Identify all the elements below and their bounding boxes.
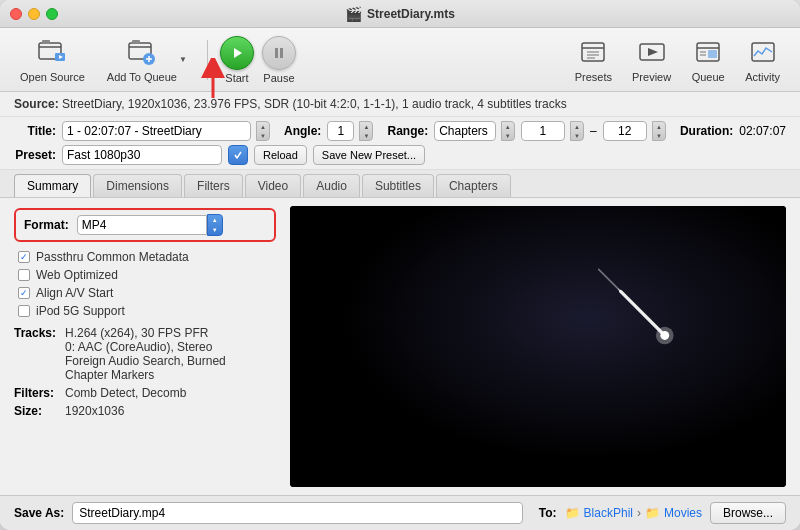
tab-audio[interactable]: Audio xyxy=(303,174,360,197)
activity-button[interactable]: Activity xyxy=(737,33,788,87)
tracks-key: Tracks: xyxy=(14,326,59,382)
svg-marker-11 xyxy=(234,48,242,58)
close-button[interactable] xyxy=(10,8,22,20)
path-part-2: Movies xyxy=(664,506,702,520)
source-label: Source: xyxy=(14,97,62,111)
video-preview xyxy=(290,206,786,487)
preset-input[interactable]: Fast 1080p30 xyxy=(62,145,222,165)
tab-filters[interactable]: Filters xyxy=(184,174,243,197)
tab-summary[interactable]: Summary xyxy=(14,174,91,197)
open-source-icon xyxy=(36,37,68,69)
path-display[interactable]: 📁 BlackPhil › 📁 Movies xyxy=(565,506,702,520)
checkbox-align-row: ✓ Align A/V Start xyxy=(14,286,276,300)
title-stepper-down[interactable]: ▼ xyxy=(257,131,269,140)
size-key: Size: xyxy=(14,404,59,418)
queue-top-label: Queue xyxy=(692,71,725,83)
save-as-label: Save As: xyxy=(14,506,64,520)
preview-button[interactable]: Preview xyxy=(624,33,679,87)
svg-rect-1 xyxy=(42,40,50,44)
checkbox-web[interactable] xyxy=(18,269,30,281)
format-value[interactable]: MP4 xyxy=(77,215,207,235)
presets-icon xyxy=(577,37,609,69)
range-stepper[interactable]: ▲ ▼ xyxy=(501,121,515,141)
add-to-queue-label: Add To Queue xyxy=(107,71,177,83)
add-to-queue-button[interactable]: Add To Queue ▼ xyxy=(101,33,195,87)
tab-chapters[interactable]: Chapters xyxy=(436,174,511,197)
range-label: Range: xyxy=(387,124,428,138)
start-label: Start xyxy=(225,72,248,84)
preset-form-row: Preset: Fast 1080p30 Reload Save New Pre… xyxy=(14,145,786,165)
tab-dimensions[interactable]: Dimensions xyxy=(93,174,182,197)
queue-dropdown-icon[interactable]: ▼ xyxy=(177,44,189,76)
range-stepper-down[interactable]: ▼ xyxy=(502,131,514,140)
range-from-stepper[interactable]: ▲ ▼ xyxy=(570,121,584,141)
filters-value: Comb Detect, Decomb xyxy=(65,386,186,400)
tracks-row: Tracks: H.264 (x264), 30 FPS PFR 0: AAC … xyxy=(14,326,276,382)
preset-label: Preset: xyxy=(14,148,56,162)
format-select-wrap: MP4 ▲ ▼ xyxy=(77,214,223,236)
open-source-button[interactable]: Open Source xyxy=(12,33,93,87)
checkbox-ipod[interactable] xyxy=(18,305,30,317)
maximize-button[interactable] xyxy=(46,8,58,20)
size-value: 1920x1036 xyxy=(65,404,124,418)
titlebar: 🎬 StreetDiary.mts xyxy=(0,0,800,28)
preview-label: Preview xyxy=(632,71,671,83)
pause-button[interactable]: Pause xyxy=(262,36,296,84)
tab-video[interactable]: Video xyxy=(245,174,301,197)
range-to-input[interactable]: 12 xyxy=(603,121,647,141)
folder-icon-2: 📁 xyxy=(645,506,660,520)
range-to-stepper[interactable]: ▲ ▼ xyxy=(652,121,666,141)
format-row: Format: MP4 ▲ ▼ xyxy=(14,208,276,242)
svg-point-32 xyxy=(656,327,674,345)
title-stepper[interactable]: ▲ ▼ xyxy=(256,121,270,141)
checkbox-passthru-label: Passthru Common Metadata xyxy=(36,250,189,264)
svg-rect-13 xyxy=(280,48,283,58)
path-part-1: BlackPhil xyxy=(584,506,633,520)
to-label: To: xyxy=(539,506,557,520)
right-panel xyxy=(290,198,800,495)
checkbox-align[interactable]: ✓ xyxy=(18,287,30,299)
preview-icon xyxy=(636,37,668,69)
title-stepper-up[interactable]: ▲ xyxy=(257,122,269,131)
svg-rect-12 xyxy=(275,48,278,58)
save-as-input[interactable] xyxy=(72,502,523,524)
queue-top-button[interactable]: Queue xyxy=(683,33,733,87)
format-label: Format: xyxy=(24,218,69,232)
preset-check-icon[interactable] xyxy=(228,145,248,165)
checkbox-passthru[interactable]: ✓ xyxy=(18,251,30,263)
pause-circle[interactable] xyxy=(262,36,296,70)
open-source-label: Open Source xyxy=(20,71,85,83)
range-from-input[interactable]: 1 xyxy=(521,121,565,141)
content-area: Source: StreetDiary, 1920x1036, 23.976 F… xyxy=(0,92,800,530)
angle-stepper-up[interactable]: ▲ xyxy=(360,122,372,131)
tab-subtitles[interactable]: Subtitles xyxy=(362,174,434,197)
range-stepper-up[interactable]: ▲ xyxy=(502,122,514,131)
browse-button[interactable]: Browse... xyxy=(710,502,786,524)
size-row: Size: 1920x1036 xyxy=(14,404,276,418)
left-panel: Format: MP4 ▲ ▼ ✓ Pas xyxy=(0,198,290,495)
info-section: Tracks: H.264 (x264), 30 FPS PFR 0: AAC … xyxy=(14,326,276,418)
filters-row: Filters: Comb Detect, Decomb xyxy=(14,386,276,400)
reload-button[interactable]: Reload xyxy=(254,145,307,165)
presets-label: Presets xyxy=(575,71,612,83)
activity-icon xyxy=(747,37,779,69)
range-select-display[interactable]: Chapters xyxy=(434,121,495,141)
angle-label: Angle: xyxy=(284,124,321,138)
angle-input[interactable]: 1 xyxy=(327,121,354,141)
checkbox-web-row: Web Optimized xyxy=(14,268,276,282)
minimize-button[interactable] xyxy=(28,8,40,20)
presets-button[interactable]: Presets xyxy=(567,33,620,87)
pause-label: Pause xyxy=(263,72,294,84)
title-input[interactable] xyxy=(63,122,250,140)
main-window: 🎬 StreetDiary.mts Open Source xyxy=(0,0,800,530)
checkboxes-section: ✓ Passthru Common Metadata Web Optimized… xyxy=(14,250,276,318)
toolbar: Open Source Add To Queue ▼ xyxy=(0,28,800,92)
folder-icon-1: 📁 xyxy=(565,506,580,520)
angle-stepper-down[interactable]: ▼ xyxy=(360,131,372,140)
main-panel: Format: MP4 ▲ ▼ ✓ Pas xyxy=(0,198,800,495)
angle-stepper[interactable]: ▲ ▼ xyxy=(359,121,373,141)
format-stepper[interactable]: ▲ ▼ xyxy=(207,214,223,236)
bottom-bar: Save As: To: 📁 BlackPhil › 📁 Movies Brow… xyxy=(0,495,800,530)
source-row: Source: StreetDiary, 1920x1036, 23.976 F… xyxy=(0,92,800,117)
save-new-preset-button[interactable]: Save New Preset... xyxy=(313,145,425,165)
